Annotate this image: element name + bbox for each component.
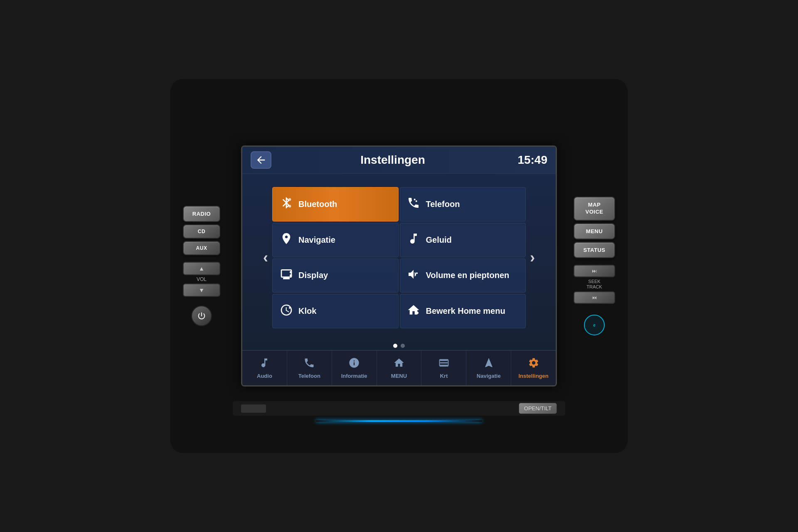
svg-point-8 [289, 307, 291, 308]
nav-label-navigatie: Navigatie [477, 373, 501, 379]
bluetooth-icon [279, 196, 293, 212]
menu-hw-button[interactable]: MENU [574, 223, 615, 239]
seek-label: SEEKTRACK [574, 279, 615, 290]
audio-nav-icon [259, 357, 270, 371]
navigatie-icon [279, 232, 293, 248]
power-icon [197, 311, 206, 320]
screen-wrapper: Instellingen 15:49 ‹ [241, 145, 557, 387]
svg-point-7 [416, 272, 418, 274]
dot-2[interactable] [401, 344, 405, 348]
menu-label-volume: Volume en pieptonen [426, 271, 510, 280]
menu-item-telefoon[interactable]: Telefoon [400, 187, 526, 222]
bottom-nav: Audio Telefoon Informatie [242, 350, 556, 385]
bottom-controls-bar: OPEN/TILT [233, 401, 565, 416]
menu-label-bluetooth: Bluetooth [298, 200, 337, 209]
menu-label-telefoon: Telefoon [426, 200, 460, 209]
telefoon-icon [406, 196, 421, 212]
menu-nav-icon [393, 357, 405, 371]
screen: Instellingen 15:49 ‹ [242, 147, 556, 385]
nav-item-krt[interactable]: Krt [421, 351, 466, 385]
seek-group: ⏭ SEEKTRACK ⏮ [574, 265, 615, 304]
screen-header: Instellingen 15:49 [242, 147, 556, 174]
svg-point-1 [288, 205, 291, 208]
vol-down-button[interactable]: ▼ [183, 283, 220, 297]
svg-point-9 [416, 312, 419, 314]
menu-label-display: Display [298, 271, 328, 280]
menu-item-klok[interactable]: Klok [272, 294, 399, 328]
nav-label-instellingen: Instellingen [518, 373, 548, 379]
nav-label-menu: MENU [391, 373, 407, 379]
instellingen-nav-icon [528, 357, 539, 371]
nav-item-menu[interactable]: MENU [377, 351, 422, 385]
nav-label-krt: Krt [440, 373, 448, 379]
menu-item-volume[interactable]: Volume en pieptonen [400, 259, 526, 293]
nav-item-instellingen[interactable]: Instellingen [511, 351, 556, 385]
dot-1[interactable] [393, 344, 397, 348]
home-edit-icon [406, 303, 421, 319]
aux-button[interactable]: AUX [183, 241, 220, 255]
led-strip [316, 420, 482, 422]
menu-label-navigatie: Navigatie [298, 235, 335, 245]
nav-item-informatie[interactable]: Informatie [332, 351, 377, 385]
cd-button[interactable]: CD [183, 224, 220, 239]
nav-right-arrow[interactable]: › [526, 249, 539, 266]
brand-logo: e [574, 315, 615, 335]
menu-label-home: Bewerk Home menu [426, 306, 505, 316]
telefoon-nav-icon [303, 357, 315, 371]
geluid-icon [406, 232, 421, 248]
svg-point-3 [416, 200, 417, 202]
skip-forward-button[interactable]: ⏭ [574, 265, 615, 277]
navigatie-nav-icon [483, 357, 495, 371]
menu-item-navigatie[interactable]: Navigatie [272, 223, 399, 257]
menu-grid: Bluetooth Telefoon [272, 187, 526, 328]
back-button[interactable] [251, 151, 271, 169]
svg-point-6 [290, 274, 292, 276]
open-tilt-button[interactable]: OPEN/TILT [519, 403, 557, 414]
menu-item-geluid[interactable]: Geluid [400, 223, 526, 257]
screen-time: 15:49 [514, 153, 547, 167]
nav-item-telefoon[interactable]: Telefoon [287, 351, 332, 385]
screen-title: Instellingen [271, 153, 514, 167]
right-panel: MAPVOICE MENU STATUS ⏭ SEEKTRACK ⏮ e [574, 197, 615, 335]
volume-icon [406, 268, 421, 283]
menu-label-klok: Klok [298, 306, 316, 316]
power-button[interactable] [191, 305, 212, 326]
svg-point-5 [290, 271, 292, 273]
menu-item-bluetooth[interactable]: Bluetooth [272, 187, 399, 222]
vol-up-button[interactable]: ▲ [183, 262, 220, 275]
klok-icon [279, 303, 293, 319]
radio-button[interactable]: RADIO [183, 206, 220, 222]
nav-label-informatie: Informatie [341, 373, 367, 379]
car-console: RADIO CD AUX ▲ VOL ▼ Instellingen [170, 79, 628, 453]
informatie-nav-icon [348, 357, 360, 371]
nav-label-telefoon: Telefoon [298, 373, 320, 379]
brightness-control [241, 404, 266, 413]
back-icon [255, 154, 267, 166]
nav-label-audio: Audio [257, 373, 272, 379]
map-voice-button[interactable]: MAPVOICE [574, 197, 615, 221]
nav-left-arrow[interactable]: ‹ [259, 249, 272, 266]
svg-point-4 [415, 234, 416, 236]
svg-point-0 [288, 198, 291, 201]
menu-label-geluid: Geluid [426, 235, 452, 245]
left-panel: RADIO CD AUX ▲ VOL ▼ [183, 206, 220, 326]
menu-area: ‹ Bluetooth [242, 174, 556, 342]
vol-label: VOL [183, 276, 220, 282]
menu-item-display[interactable]: Display [272, 259, 399, 293]
krt-nav-icon [438, 357, 450, 371]
skip-back-button[interactable]: ⏮ [574, 291, 615, 304]
display-icon [279, 268, 293, 283]
dots-area [242, 342, 556, 350]
svg-point-2 [414, 199, 416, 200]
menu-item-home[interactable]: Bewerk Home menu [400, 294, 526, 328]
nav-item-navigatie[interactable]: Navigatie [466, 351, 511, 385]
vol-group: ▲ VOL ▼ [183, 262, 220, 297]
nav-item-audio[interactable]: Audio [242, 351, 287, 385]
status-button[interactable]: STATUS [574, 242, 615, 258]
